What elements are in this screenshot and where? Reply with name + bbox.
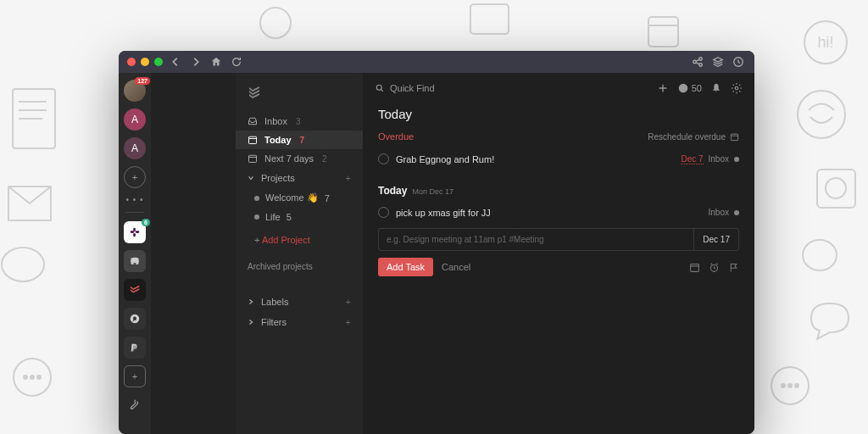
project-dot-icon (734, 157, 739, 162)
calendar-icon (730, 132, 739, 142)
add-project-button[interactable]: + Add Project (236, 230, 363, 250)
workspace-a2[interactable]: A (124, 137, 146, 159)
add-app-button[interactable]: + (124, 365, 146, 387)
svg-rect-14 (803, 240, 837, 270)
nav-forward-button[interactable] (188, 54, 203, 70)
chevron-right-icon (248, 298, 254, 305)
chevron-down-icon (248, 175, 254, 181)
svg-rect-46 (731, 134, 737, 141)
sidebar: Inbox 3 Today 7 Next 7 days 2 Projects +… (236, 73, 363, 434)
sidebar-next7[interactable]: Next 7 days 2 (236, 149, 363, 168)
svg-rect-30 (136, 231, 139, 233)
flag-icon[interactable] (728, 262, 739, 273)
sidebar-today[interactable]: Today 7 (236, 131, 363, 149)
project-name: Welcome 👋 (265, 192, 319, 203)
app-logo (236, 81, 363, 112)
workspace-a1[interactable]: A (124, 108, 146, 131)
task-row[interactable]: Grab Eggnog and Rum! Dec 7 Inbox (378, 148, 739, 170)
close-dot[interactable] (127, 58, 136, 66)
today-header-date: Mon Dec 17 (412, 187, 453, 196)
svg-point-25 (699, 64, 703, 67)
next7-label: Next 7 days (264, 153, 314, 164)
project-welcome[interactable]: Welcome 👋 7 (236, 188, 363, 208)
settings-button[interactable] (731, 82, 743, 94)
add-task-input[interactable] (379, 229, 693, 250)
svg-rect-12 (817, 170, 855, 208)
discord-app-icon[interactable] (124, 250, 146, 272)
workspace-avatar[interactable]: 127 (124, 80, 146, 102)
svg-point-16 (782, 384, 785, 387)
svg-point-40 (376, 85, 381, 90)
svg-point-45 (735, 86, 738, 90)
traffic-lights[interactable] (127, 58, 163, 66)
reload-button[interactable] (229, 54, 244, 70)
svg-line-27 (696, 63, 699, 64)
task-project: Inbox (709, 208, 729, 217)
karma-button[interactable]: 50 (677, 82, 702, 94)
sidebar-inbox[interactable]: Inbox 3 (236, 112, 363, 131)
add-label-icon[interactable]: + (346, 297, 351, 307)
add-task-input-row: Dec 17 (378, 228, 739, 251)
svg-rect-21 (648, 17, 678, 47)
project-name: Life (265, 212, 281, 222)
task-row[interactable]: pick up xmas gift for JJ Inbox (378, 202, 739, 223)
slack-badge: 6 (142, 219, 150, 226)
task-date[interactable]: Dec 7 (681, 154, 703, 164)
svg-rect-29 (131, 231, 134, 233)
calendar-today-icon (248, 135, 258, 145)
svg-point-11 (798, 91, 845, 138)
topbar: Quick Find 50 (363, 73, 754, 103)
date-picker-button[interactable]: Dec 17 (693, 229, 738, 250)
project-icon[interactable] (689, 262, 700, 273)
search-placeholder: Quick Find (390, 83, 435, 93)
main-area: Quick Find 50 Today Overdue Reschedule o… (363, 73, 754, 434)
project-dot (254, 214, 259, 220)
nav-back-button[interactable] (168, 54, 183, 70)
add-filter-icon[interactable]: + (346, 317, 351, 327)
task-checkbox[interactable] (378, 153, 389, 164)
settings-wrench-icon[interactable] (124, 394, 146, 416)
cancel-button[interactable]: Cancel (442, 262, 470, 272)
svg-rect-31 (133, 228, 136, 231)
more-workspaces[interactable]: • • • (124, 195, 146, 203)
todoist-app-icon[interactable] (124, 279, 146, 301)
reschedule-button[interactable]: Reschedule overdue (648, 132, 739, 142)
minimize-dot[interactable] (141, 58, 149, 66)
titlebar (119, 51, 754, 73)
karma-count: 50 (692, 83, 702, 93)
add-project-icon[interactable]: + (346, 173, 351, 183)
search-input[interactable]: Quick Find (375, 83, 648, 93)
task-checkbox[interactable] (378, 207, 389, 218)
quick-add-button[interactable] (657, 82, 669, 94)
svg-text:hi!: hi! (817, 34, 833, 51)
layers-button[interactable] (710, 54, 726, 70)
projects-section[interactable]: Projects + (236, 168, 363, 188)
svg-point-8 (37, 376, 41, 379)
labels-label: Labels (261, 297, 288, 307)
slack-app-icon[interactable]: 6 (124, 221, 146, 243)
history-button[interactable] (731, 54, 746, 70)
maximize-dot[interactable] (154, 58, 163, 66)
svg-rect-32 (133, 233, 136, 236)
pinterest-app-icon[interactable] (124, 308, 146, 330)
paypal-app-icon[interactable] (124, 337, 146, 359)
notifications-button[interactable] (710, 82, 722, 94)
page-title: Today (378, 107, 739, 121)
svg-point-7 (31, 376, 34, 379)
svg-point-23 (693, 60, 697, 64)
labels-section[interactable]: Labels + (236, 292, 363, 312)
share-button[interactable] (690, 54, 705, 70)
today-section-header: Today Mon Dec 17 (378, 185, 739, 197)
filters-section[interactable]: Filters + (236, 312, 363, 332)
projects-label: Projects (261, 173, 295, 183)
task-title: pick up xmas gift for JJ (396, 208, 491, 218)
content: Today Overdue Reschedule overdue Grab Eg… (363, 103, 754, 434)
next7-count: 2 (322, 154, 327, 164)
project-life[interactable]: Life 5 (236, 208, 363, 226)
add-task-button[interactable]: Add Task (378, 258, 433, 276)
home-button[interactable] (209, 54, 224, 70)
reminder-icon[interactable] (709, 262, 720, 273)
svg-rect-4 (2, 248, 44, 281)
archived-label[interactable]: Archived projects (236, 257, 363, 276)
add-workspace-button[interactable]: + (124, 166, 146, 188)
